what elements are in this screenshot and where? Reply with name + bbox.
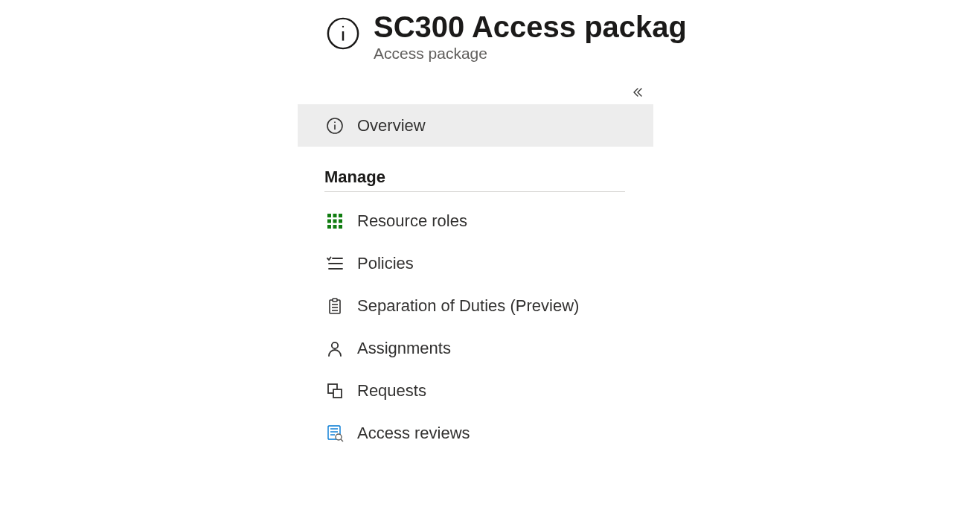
svg-rect-10 (333, 219, 337, 223)
person-icon (324, 340, 345, 357)
nav-item-label: Requests (357, 381, 426, 401)
nav-item-label: Assignments (357, 339, 451, 358)
svg-point-30 (336, 434, 342, 440)
info-icon (324, 117, 345, 135)
nav-item-label: Separation of Duties (Preview) (357, 296, 579, 316)
nav-item-assignments[interactable]: Assignments (298, 327, 653, 369)
svg-rect-6 (327, 214, 331, 217)
svg-line-31 (341, 439, 343, 442)
page-header: SC300 Access packag Access package (298, 0, 685, 63)
svg-rect-7 (333, 214, 337, 217)
nav-item-access-reviews[interactable]: Access reviews (298, 412, 653, 454)
svg-point-23 (332, 342, 338, 348)
nav-item-policies[interactable]: Policies (298, 242, 653, 284)
svg-rect-25 (333, 389, 342, 398)
page-subtitle: Access package (374, 45, 685, 63)
svg-rect-12 (327, 225, 331, 229)
nav-item-resource-roles[interactable]: Resource roles (298, 200, 653, 242)
svg-point-5 (334, 121, 336, 123)
svg-rect-13 (333, 225, 337, 229)
nav-item-label: Overview (357, 116, 426, 136)
svg-rect-8 (339, 214, 342, 217)
nav-item-requests[interactable]: Requests (298, 369, 653, 412)
overlap-squares-icon (324, 382, 345, 400)
info-icon (324, 15, 362, 52)
list-icon (324, 255, 345, 272)
svg-rect-19 (333, 299, 337, 302)
svg-rect-14 (339, 225, 342, 229)
page-title: SC300 Access packag (374, 10, 685, 43)
nav-section-manage: Manage (298, 168, 653, 187)
nav-item-label: Access reviews (357, 424, 470, 443)
svg-point-2 (342, 26, 344, 28)
svg-rect-11 (339, 219, 342, 223)
nav-item-label: Resource roles (357, 211, 467, 231)
svg-rect-9 (327, 219, 331, 223)
clipboard-icon (324, 297, 345, 315)
nav-item-overview[interactable]: Overview (298, 104, 653, 147)
divider (324, 191, 625, 192)
nav-item-separation-of-duties[interactable]: Separation of Duties (Preview) (298, 284, 653, 327)
collapse-nav-button[interactable] (627, 82, 648, 103)
review-icon (324, 424, 345, 442)
side-nav: Overview Manage Resource roles (298, 104, 653, 454)
grid-icon (324, 212, 345, 230)
nav-item-label: Policies (357, 254, 414, 273)
